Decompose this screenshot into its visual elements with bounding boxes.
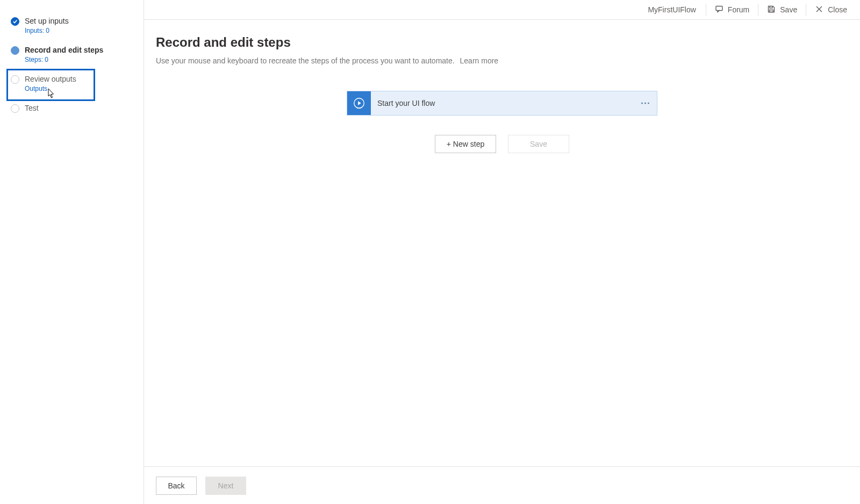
- page-title: Record and edit steps: [156, 35, 848, 50]
- divider: [806, 4, 806, 16]
- wizard-step-test[interactable]: Test: [9, 99, 144, 117]
- next-button: Next: [205, 477, 246, 495]
- save-icon: [767, 5, 776, 15]
- wizard-step-label: Set up inputs: [25, 16, 69, 26]
- forum-button[interactable]: Forum: [708, 2, 756, 18]
- close-icon: [815, 5, 823, 15]
- wizard-step-record-edit[interactable]: Record and edit steps Steps: 0: [9, 41, 144, 68]
- page-description: Use your mouse and keyboard to recreate …: [156, 56, 848, 65]
- close-label: Close: [828, 5, 847, 14]
- save-button[interactable]: Save: [761, 2, 804, 18]
- step-indicator-icon: [11, 104, 19, 113]
- wizard-step-sub: Outputs: [25, 85, 76, 92]
- learn-more-link[interactable]: Learn more: [460, 56, 499, 65]
- wizard-step-label: Test: [25, 103, 39, 113]
- flow-canvas: Start your UI flow + New step Save: [156, 91, 848, 153]
- step-indicator-icon: [11, 75, 19, 84]
- close-button[interactable]: Close: [808, 2, 854, 18]
- topbar: MyFirstUIFlow Forum Save Close: [144, 0, 860, 20]
- footer: Back Next: [144, 466, 860, 504]
- flow-card-start[interactable]: Start your UI flow: [347, 91, 657, 116]
- play-refresh-icon: [347, 91, 371, 115]
- flow-name: MyFirstUIFlow: [640, 5, 703, 14]
- more-icon[interactable]: [641, 103, 649, 104]
- chat-icon: [715, 5, 723, 15]
- checkmark-icon: [11, 17, 19, 26]
- new-step-button[interactable]: + New step: [435, 135, 496, 153]
- wizard-step-review-outputs[interactable]: Review outputs Outputs: [9, 70, 144, 97]
- svg-marker-2: [358, 101, 361, 105]
- wizard-step-label: Record and edit steps: [25, 45, 103, 55]
- flow-save-button: Save: [508, 135, 569, 153]
- svg-rect-0: [716, 6, 722, 10]
- step-indicator-icon: [11, 46, 19, 55]
- wizard-steps-list: Set up inputs Inputs: 0 Record and edit …: [0, 12, 144, 117]
- sidebar: Set up inputs Inputs: 0 Record and edit …: [0, 0, 144, 504]
- wizard-step-label: Review outputs: [25, 74, 76, 84]
- divider: [706, 4, 706, 16]
- content-area: Record and edit steps Use your mouse and…: [144, 20, 860, 466]
- flow-card-title: Start your UI flow: [377, 99, 435, 107]
- save-label: Save: [780, 5, 797, 14]
- back-button[interactable]: Back: [156, 477, 197, 495]
- divider: [758, 4, 758, 16]
- forum-label: Forum: [728, 5, 749, 14]
- wizard-step-sub: Steps: 0: [25, 56, 103, 63]
- main-panel: MyFirstUIFlow Forum Save Close: [144, 0, 860, 504]
- flow-actions: + New step Save: [435, 135, 569, 153]
- description-text: Use your mouse and keyboard to recreate …: [156, 56, 455, 65]
- wizard-step-set-up-inputs[interactable]: Set up inputs Inputs: 0: [9, 12, 144, 39]
- wizard-step-sub: Inputs: 0: [25, 27, 69, 34]
